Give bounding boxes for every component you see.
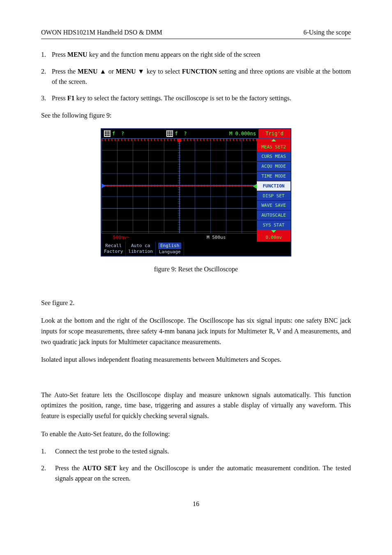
scope-ch1-status: f ? <box>101 129 127 138</box>
list-item: 1. Press MENU key and the function menu … <box>41 50 351 60</box>
menu-item-disp-set[interactable]: DISP SET <box>257 191 291 201</box>
menu-item-wave-save[interactable]: WAVE SAVE <box>257 200 291 210</box>
list-number: 3. <box>41 93 52 104</box>
see-figure-9: See the following figure 9: <box>41 110 351 121</box>
chevron-down-icon <box>271 230 276 233</box>
scope-trig-status: Trig'd <box>258 129 291 138</box>
trigger-position-marker <box>178 139 181 142</box>
ch2-value: ? <box>184 131 187 136</box>
list-body: Press MENU key and the function menu app… <box>52 50 351 60</box>
top-ruler <box>101 139 257 141</box>
list-number: 2. <box>41 463 55 474</box>
menu-item-curs-meas[interactable]: CURS MEAS <box>257 152 291 162</box>
timebase: M 500us <box>175 234 257 242</box>
list-number: 2. <box>41 67 52 77</box>
scope-waveform-area <box>101 139 257 233</box>
menu-item-time-mode[interactable]: TIME MODE <box>257 171 291 181</box>
softkey-line1: Recall <box>105 243 122 249</box>
menu-item-function[interactable]: FUNCTION <box>257 181 291 191</box>
list-body: Press the AUTO SET key and the Oscillosc… <box>55 463 351 484</box>
scope-bottom-status: 500mv~ M 500us 0.00mv <box>101 233 291 242</box>
scope-side-menu: MEAS SET2 CURS MEAS ACQU MODE TIME MODE … <box>257 139 291 233</box>
header-right: 6-Using the scope <box>303 29 351 36</box>
menu-item-autoscale[interactable]: AUTOSCALE <box>257 210 291 220</box>
softkey-f2-auto-calibration[interactable]: Auto ca libration <box>126 242 156 256</box>
softkey-f3-language[interactable]: English Language <box>156 242 184 256</box>
list-body: Press F1 key to select the factory setti… <box>52 93 351 104</box>
softkey-line2: Language <box>159 249 181 255</box>
menu-item-acqu-mode[interactable]: ACQU MODE <box>257 161 291 171</box>
menu-up-arrow <box>257 139 291 142</box>
scope-main: MEAS SET2 CURS MEAS ACQU MODE TIME MODE … <box>101 138 291 233</box>
list-item: 2. Press the MENU ▲ or MENU ▼ key to sel… <box>41 67 351 87</box>
trig-level: 0.00mv <box>257 234 291 242</box>
menu-item-meas-set2[interactable]: MEAS SET2 <box>257 142 291 152</box>
ch1-glyph: f <box>112 131 115 136</box>
softkey-f1-recall-factory[interactable]: Recall Factory <box>101 242 126 256</box>
page-header: OWON HDS1021M Handheld DSO & DMM 6-Using… <box>41 29 351 36</box>
scope-time-m: M 0.000ns <box>227 129 258 138</box>
scope-softkeys: Recall Factory Auto ca libration English… <box>101 242 291 256</box>
scope-top-bar: f ? f ? M 0.000ns Trig'd <box>101 129 291 138</box>
steps-list-2: 1. Connect the test probe to the tested … <box>41 446 351 483</box>
softkey-line1: Auto ca <box>131 243 150 249</box>
oscilloscope-figure: f ? f ? M 0.000ns Trig'd <box>101 128 291 257</box>
page-number: 16 <box>41 500 351 508</box>
inputs-paragraph: Look at the bottom and the right of the … <box>41 315 351 347</box>
list-item: 1. Connect the test probe to the tested … <box>41 446 351 457</box>
trigger-level-marker <box>253 184 257 189</box>
isolated-paragraph: Isolated input allows independent floati… <box>41 354 351 365</box>
list-item: 3. Press F1 key to select the factory se… <box>41 93 351 104</box>
softkey-line2: Factory <box>104 249 123 254</box>
ch1-scale: 500mv~ <box>101 234 175 242</box>
menu-item-sys-stat[interactable]: SYS STAT <box>257 220 291 230</box>
list-item: 2. Press the AUTO SET key and the Oscill… <box>41 463 351 484</box>
autoset-paragraph-2: To enable the Auto-Set feature, do the f… <box>41 429 351 439</box>
ch2-glyph: f <box>175 131 178 136</box>
coupling-icon <box>166 130 173 137</box>
waveform-line <box>101 185 257 186</box>
scope-ch2-status: f ? <box>164 129 189 138</box>
coupling-icon <box>104 130 111 137</box>
softkey-line2: libration <box>128 249 153 254</box>
ground-marker-left <box>101 183 106 188</box>
softkey-line1: English <box>158 243 181 249</box>
chevron-up-icon <box>271 139 276 141</box>
list-number: 1. <box>41 446 55 457</box>
list-number: 1. <box>41 50 52 60</box>
list-body: Connect the test probe to the tested sig… <box>55 446 351 457</box>
autoset-paragraph-1: The Auto-Set feature lets the Oscillosco… <box>41 390 351 421</box>
header-rule <box>41 39 351 39</box>
ch1-value: ? <box>121 131 124 136</box>
see-figure-2: See figure 2. <box>41 298 351 308</box>
steps-list-1: 1. Press MENU key and the function menu … <box>41 50 351 104</box>
menu-down-arrow <box>257 230 291 233</box>
header-left: OWON HDS1021M Handheld DSO & DMM <box>41 29 162 36</box>
figure-caption: figure 9: Reset the Oscilloscope <box>41 266 351 273</box>
list-body: Press the MENU ▲ or MENU ▼ key to select… <box>52 67 351 87</box>
